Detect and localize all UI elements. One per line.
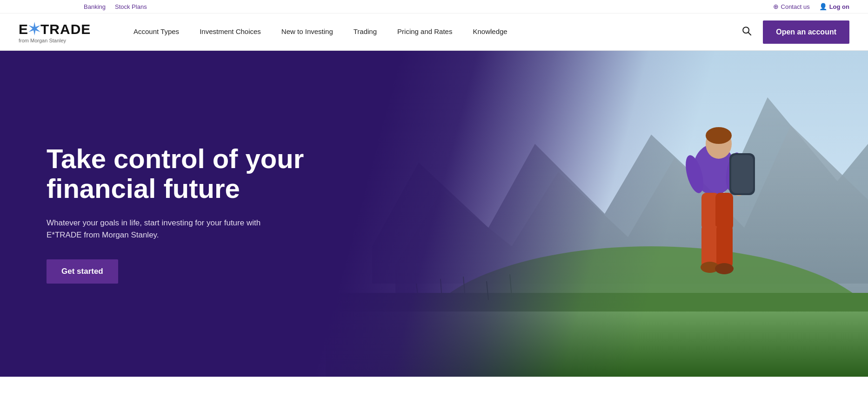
search-icon bbox=[741, 26, 752, 38]
nav-right: Open an account bbox=[738, 20, 849, 44]
utility-bar: Banking Stock Plans ⊕ Contact us 👤 Log o… bbox=[0, 0, 868, 14]
banking-link[interactable]: Banking bbox=[84, 3, 106, 10]
stock-plans-link[interactable]: Stock Plans bbox=[115, 3, 147, 10]
log-on-link[interactable]: 👤 Log on bbox=[819, 3, 849, 10]
main-nav: E✶TRADE from Morgan Stanley Account Type… bbox=[0, 14, 868, 51]
globe-icon: ⊕ bbox=[773, 3, 779, 10]
hero-title: Take control of your financial future bbox=[47, 144, 326, 203]
nav-links: Account Types Investment Choices New to … bbox=[123, 14, 738, 51]
search-button[interactable] bbox=[738, 22, 755, 42]
nav-item-investment-choices[interactable]: Investment Choices bbox=[189, 14, 271, 51]
logo-sub: from Morgan Stanley bbox=[19, 38, 66, 43]
nav-item-new-to-investing[interactable]: New to Investing bbox=[271, 14, 343, 51]
contact-us-link[interactable]: ⊕ Contact us bbox=[773, 3, 810, 10]
person-icon: 👤 bbox=[819, 3, 827, 10]
hero-subtitle: Whatever your goals in life, start inves… bbox=[47, 217, 288, 241]
logo-area: E✶TRADE from Morgan Stanley bbox=[19, 21, 105, 43]
utility-right: ⊕ Contact us 👤 Log on bbox=[773, 3, 849, 10]
svg-line-1 bbox=[748, 33, 751, 35]
utility-left: Banking Stock Plans bbox=[84, 3, 147, 10]
log-on-label: Log on bbox=[829, 3, 849, 10]
hero-section: Take control of your financial future Wh… bbox=[0, 51, 868, 377]
logo-star: ✶ bbox=[28, 21, 40, 37]
nav-item-knowledge[interactable]: Knowledge bbox=[462, 14, 517, 51]
hero-content: Take control of your financial future Wh… bbox=[0, 144, 326, 284]
contact-label: Contact us bbox=[781, 3, 810, 10]
nav-item-trading[interactable]: Trading bbox=[343, 14, 387, 51]
nav-item-pricing-and-rates[interactable]: Pricing and Rates bbox=[387, 14, 462, 51]
logo: E✶TRADE bbox=[19, 21, 91, 37]
open-account-button[interactable]: Open an account bbox=[763, 20, 849, 44]
get-started-button[interactable]: Get started bbox=[47, 259, 118, 284]
nav-item-account-types[interactable]: Account Types bbox=[123, 14, 189, 51]
